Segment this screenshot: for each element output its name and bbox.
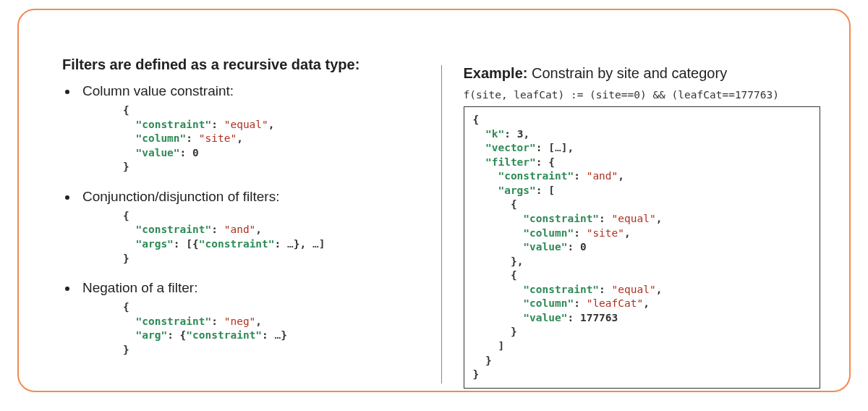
- code-block: { "constraint": "equal", "column": "site…: [123, 103, 420, 174]
- heading-rest: Constrain by site and category: [527, 65, 727, 81]
- heading-bold: Example:: [464, 65, 528, 81]
- bullet-item: Negation of a filter: { "constraint": "n…: [78, 280, 420, 357]
- code-block: { "constraint": "neg", "arg": {"constrai…: [123, 300, 420, 357]
- example-block: { "k": 3, "vector": […], "filter": { "co…: [464, 106, 821, 389]
- bullet-item: Conjunction/disjunction of filters: { "c…: [78, 189, 420, 266]
- left-heading: Filters are defined as a recursive data …: [62, 56, 420, 73]
- bullet-list: Column value constraint: { "constraint":…: [62, 83, 420, 357]
- bullet-item: Column value constraint: { "constraint":…: [78, 83, 420, 174]
- two-column-layout: Filters are defined as a recursive data …: [19, 10, 849, 391]
- slide-card: Filters are defined as a recursive data …: [17, 9, 851, 392]
- formula-line: f(site, leafCat) := (site==0) && (leafCa…: [464, 89, 821, 101]
- bullet-label: Column value constraint:: [82, 83, 234, 98]
- left-column: Filters are defined as a recursive data …: [62, 56, 441, 379]
- right-column: Example: Constrain by site and category …: [441, 65, 821, 384]
- right-heading: Example: Constrain by site and category: [464, 65, 821, 82]
- bullet-label: Negation of a filter:: [82, 280, 197, 295]
- bullet-label: Conjunction/disjunction of filters:: [82, 189, 279, 204]
- code-block: { "constraint": "and", "args": [{"constr…: [123, 209, 420, 266]
